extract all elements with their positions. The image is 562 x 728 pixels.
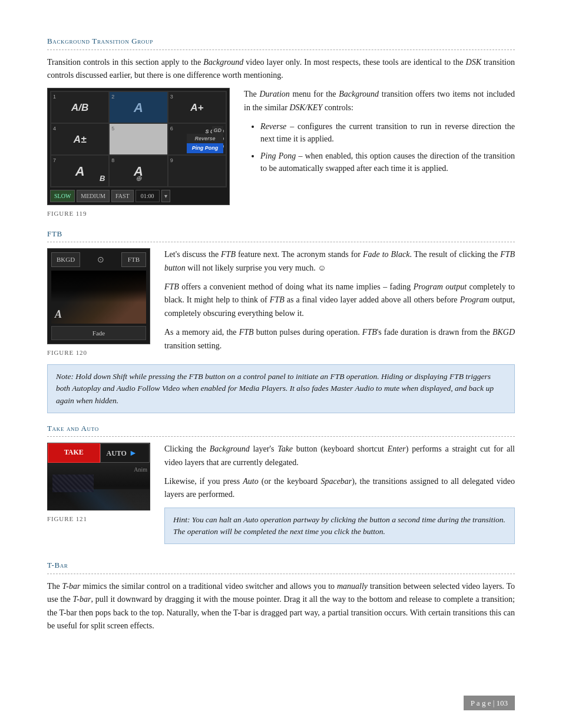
fig119-grid: 1 A/B 2 A 3 A+ 4	[50, 91, 227, 187]
fig120-top-row: BKGD ⊙ FTB	[51, 252, 146, 267]
background-intro-text: Transition controls in this section appl…	[47, 56, 515, 83]
ftb-note-box: Note: Hold down Shift while pressing the…	[47, 364, 515, 413]
section-header-ftb: FTB	[47, 228, 515, 240]
fig119-medium-btn: MEDIUM	[77, 190, 110, 202]
ftb-para1: Let's discuss the FTB feature next. The …	[164, 248, 515, 275]
fig119-cell-9: 9	[168, 156, 226, 186]
take-auto-content-columns: TAKE AUTO ► Anim FIGURE 121	[47, 443, 515, 550]
fig119-cell-2: 2 A	[110, 92, 167, 123]
fig119-buttons-row: SLOW MEDIUM FAST 01:00 ▾	[50, 190, 227, 202]
fig119-extra-btn: ▾	[161, 190, 170, 202]
fig120-bkgd-btn: BKGD	[51, 252, 80, 267]
take-hint-text: Hint: You can halt an Auto operation par…	[173, 515, 505, 536]
take-para1: Clicking the Background layer's Take but…	[164, 443, 515, 469]
section-header-background: Background Transition Group	[47, 35, 515, 47]
duration-menu-text: The Duration menu for the Background tra…	[244, 88, 515, 114]
section-ftb: FTB BKGD ⊙ FTB A Fade	[47, 228, 515, 413]
fig121-anim-label: Anim	[134, 465, 147, 474]
ftb-para2: FTB offers a convenient method of doing …	[164, 281, 515, 320]
background-right-text: The Duration menu for the Background tra…	[244, 88, 515, 179]
t-bar-body-text: The T-bar mimics the similar control on …	[47, 580, 515, 633]
fig119-cell-6: 6 S 02:00 M 01:00 F 00:30 GD Reverse Pin…	[168, 124, 226, 154]
fig119-cell-3: 3 A+	[168, 92, 226, 123]
section-take-auto: Take and Auto TAKE AUTO ► Anim	[47, 423, 515, 551]
fig121-arrow-icon: ►	[129, 447, 137, 459]
section-t-bar: T-Bar The T-bar mimics the similar contr…	[47, 559, 515, 633]
fig121-image: TAKE AUTO ► Anim	[47, 443, 150, 510]
fig120-preview: A	[51, 271, 146, 324]
fig119-slow-btn: SLOW	[50, 190, 75, 202]
fig120-circle-icon: ⊙	[97, 253, 104, 266]
fig121-take-btn: TAKE	[48, 443, 100, 463]
background-bullets: Reverse – configures the current transit…	[260, 120, 515, 174]
section-background-transition: Background Transition Group Transition c…	[47, 35, 515, 219]
fig120-a-label: A	[55, 307, 62, 322]
figure-121-label: FIGURE 121	[47, 514, 150, 524]
take-hint-box: Hint: You can halt an Auto operation par…	[164, 508, 515, 545]
page: Background Transition Group Transition c…	[0, 0, 562, 728]
fig120-ftb-btn: FTB	[121, 252, 146, 267]
fig120-image: BKGD ⊙ FTB A Fade	[47, 248, 150, 344]
section-header-take-auto: Take and Auto	[47, 423, 515, 434]
background-content-columns: 1 A/B 2 A 3 A+ 4	[47, 88, 515, 219]
fig119-cell-5: 5	[110, 124, 167, 154]
fig119-cell-8: 8 A ⊕	[110, 156, 167, 186]
figure-119-label: FIGURE 119	[47, 209, 230, 219]
ftb-note-text: Note: Hold down Shift while pressing the…	[56, 372, 494, 405]
bullet-pingpong: Ping Pong – when enabled, this option ca…	[260, 150, 515, 174]
section-header-t-bar: T-Bar	[47, 559, 515, 571]
fig119-cell-4: 4 A±	[51, 124, 108, 154]
fig119-cell-7: 7 A B	[51, 156, 108, 186]
figure-120-container: BKGD ⊙ FTB A Fade FIGURE 120	[47, 248, 150, 358]
fig121-preview: Anim	[48, 463, 150, 510]
fig119-time-display: 01:00	[135, 190, 160, 202]
figure-120-label: FIGURE 120	[47, 348, 150, 358]
figure-121-container: TAKE AUTO ► Anim FIGURE 121	[47, 443, 150, 524]
take-auto-right-text: Clicking the Background layer's Take but…	[164, 443, 515, 550]
fig119-fast-btn: FAST	[111, 190, 134, 202]
ftb-content-columns: BKGD ⊙ FTB A Fade FIGURE 120	[47, 248, 515, 358]
figure-119-container: 1 A/B 2 A 3 A+ 4	[47, 88, 230, 219]
fig120-fade-btn: Fade	[51, 326, 146, 341]
fig119-image: 1 A/B 2 A 3 A+ 4	[47, 88, 230, 205]
ftb-right-text: Let's discuss the FTB feature next. The …	[164, 248, 515, 358]
fig121-auto-btn: AUTO ►	[100, 443, 150, 463]
bullet-reverse: Reverse – configures the current transit…	[260, 120, 515, 145]
page-footer: P a g e | 103	[464, 696, 515, 711]
take-para2: Likewise, if you press Auto (or the keyb…	[164, 475, 515, 502]
ftb-para3: As a memory aid, the FTB button pulses d…	[164, 326, 515, 353]
fig119-cell-1: 1 A/B	[51, 92, 108, 123]
fig121-top-row: TAKE AUTO ►	[48, 443, 150, 463]
